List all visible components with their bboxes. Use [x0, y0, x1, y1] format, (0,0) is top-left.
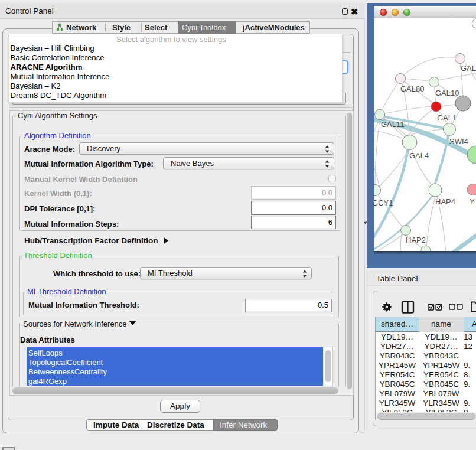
svg-text:SWI4: SWI4 — [449, 137, 468, 146]
svg-text:GCY1: GCY1 — [374, 198, 393, 207]
svg-text:GAL4: GAL4 — [409, 151, 429, 160]
svg-text:GAL7: GAL7 — [461, 64, 476, 73]
svg-text:HAP4: HAP4 — [435, 197, 455, 206]
svg-text:HAP2: HAP2 — [406, 236, 426, 244]
svg-text:GAL11: GAL11 — [381, 120, 405, 129]
svg-text:Y: Y — [470, 197, 475, 206]
svg-text:GAL80: GAL80 — [400, 84, 424, 93]
svg-text:GAL1: GAL1 — [437, 113, 457, 122]
svg-text:GAL10: GAL10 — [435, 89, 459, 97]
